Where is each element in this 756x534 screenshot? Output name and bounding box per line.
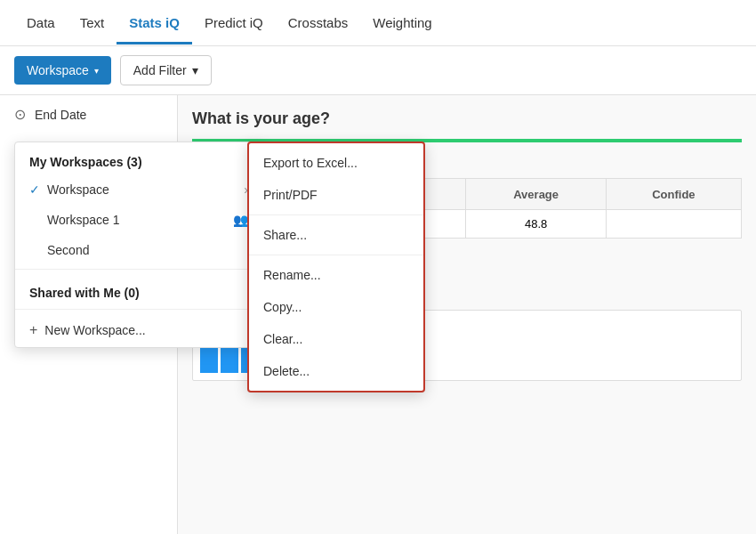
col-average: Average <box>466 179 606 210</box>
new-workspace-label: New Workspace... <box>44 323 145 337</box>
new-workspace-item[interactable]: + New Workspace... <box>15 313 262 347</box>
sidebar-label-end-date: End Date <box>35 108 86 122</box>
col-confidence: Confide <box>606 179 741 210</box>
workspace-dropdown: My Workspaces (3) ✓ Workspace › ✓ Worksp… <box>14 142 263 348</box>
nav-data[interactable]: Data <box>14 1 68 44</box>
toolbar: Workspace ▾ Add Filter ▾ <box>0 46 756 95</box>
check-icon: ✓ <box>29 182 40 197</box>
menu-export-excel[interactable]: Export to Excel... <box>249 147 423 179</box>
menu-print-pdf[interactable]: Print/PDF <box>249 179 423 211</box>
menu-clear[interactable]: Clear... <box>249 323 423 355</box>
nav-predictiq[interactable]: Predict iQ <box>192 1 276 44</box>
main-area: ⊙ End Date ≡ Finished ⊙ Recorded Date Wh… <box>0 95 756 534</box>
workspace-button-label: Workspace <box>27 63 89 77</box>
cell-average: 48.8 <box>466 210 606 239</box>
add-filter-label: Add Filter <box>133 63 187 77</box>
cell-confidence <box>606 210 741 239</box>
context-menu: Export to Excel... Print/PDF Share... Re… <box>247 142 425 392</box>
divider <box>15 269 262 270</box>
nav-crosstabs[interactable]: Crosstabs <box>276 1 361 44</box>
menu-rename[interactable]: Rename... <box>249 259 423 291</box>
add-filter-button[interactable]: Add Filter ▾ <box>120 55 212 85</box>
workspace-label: Workspace <box>47 182 109 197</box>
menu-delete[interactable]: Delete... <box>249 355 423 387</box>
divider <box>249 255 423 255</box>
divider <box>249 214 423 215</box>
question-title: What is your age? <box>192 109 742 128</box>
workspace-item-second[interactable]: ✓ Second <box>15 235 262 265</box>
clock-icon: ⊙ <box>14 106 26 123</box>
menu-share[interactable]: Share... <box>249 219 423 251</box>
chart-bar-2 <box>221 346 238 373</box>
workspace-button[interactable]: Workspace ▾ <box>14 56 111 85</box>
plus-icon: + <box>29 322 37 338</box>
workspace-item-workspace[interactable]: ✓ Workspace › <box>15 174 262 205</box>
nav-text[interactable]: Text <box>68 1 117 44</box>
shared-with-me-title: Shared with Me (0) <box>15 273 262 305</box>
workspace1-label: Workspace 1 <box>47 213 119 227</box>
menu-copy[interactable]: Copy... <box>249 291 423 323</box>
nav-weighting[interactable]: Weighting <box>360 1 444 44</box>
second-label: Second <box>47 243 89 257</box>
top-navigation: Data Text Stats iQ Predict iQ Crosstabs … <box>0 0 756 46</box>
people-icon: 👥 <box>233 213 248 227</box>
nav-statsiq[interactable]: Stats iQ <box>117 1 192 44</box>
workspace-item-workspace1[interactable]: ✓ Workspace 1 👥 <box>15 205 262 235</box>
my-workspaces-title: My Workspaces (3) <box>15 142 262 174</box>
divider <box>15 309 262 310</box>
chevron-down-icon: ▾ <box>192 63 198 77</box>
sidebar-item-end-date[interactable]: ⊙ End Date <box>0 95 177 134</box>
chevron-down-icon: ▾ <box>94 66 99 76</box>
